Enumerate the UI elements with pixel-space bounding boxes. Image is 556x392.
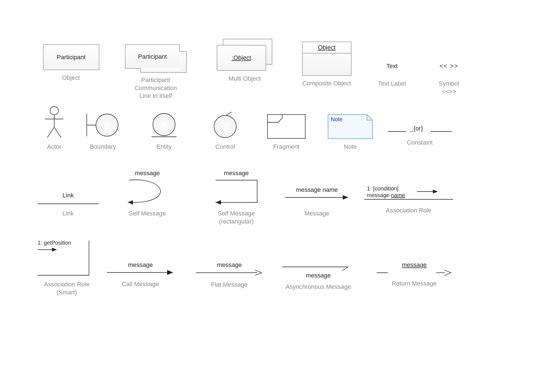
returnmsg-label: message	[402, 261, 426, 269]
assocrole-icon: 1: [condition] message name	[364, 185, 453, 202]
entity-caption: Entity	[145, 143, 183, 151]
multiobject-caption: Multi Object	[214, 75, 275, 83]
shape-object: Participant Object	[43, 44, 99, 82]
link-caption: Link	[38, 210, 99, 218]
shape-message: message name Message	[284, 186, 350, 218]
asyncmsg-label: message	[278, 272, 359, 279]
flatmsg-caption: Flat Message	[195, 281, 264, 289]
svg-point-8	[153, 113, 175, 136]
symbol-label: << >>	[428, 63, 470, 70]
assocrole-line2: message name	[367, 192, 405, 198]
message-label: message name	[284, 186, 350, 193]
note-icon: Note	[327, 114, 373, 139]
selfmsg-caption: Self Message	[117, 210, 178, 218]
svg-marker-20	[343, 195, 348, 200]
shape-text-label: Text Text Label	[370, 63, 414, 88]
shape-call-message: message Call Message	[106, 261, 175, 288]
fragment-caption: Fragment	[264, 143, 309, 151]
boundary-caption: Boundary	[81, 143, 125, 151]
flatmsg-arrow-icon	[196, 270, 263, 276]
selfmsgrect-label: message	[204, 170, 268, 177]
assocsmart-caption: Association Role (Smart)	[31, 281, 103, 296]
asyncmsg-arrow-icon	[282, 264, 354, 272]
selfmsgrect-icon	[210, 178, 263, 206]
assocrole-caption: Association Role	[364, 207, 453, 215]
flatmsg-label: message	[195, 261, 264, 269]
diagram-canvas: Participant Object Participant Participa…	[0, 0, 556, 392]
callmsg-caption: Call Message	[106, 280, 175, 288]
entity-icon	[149, 111, 179, 139]
shape-link: Link Link	[38, 192, 99, 218]
svg-marker-27	[167, 270, 173, 275]
svg-point-7	[96, 114, 118, 136]
shape-association-role: 1: [condition] message name Association …	[364, 185, 453, 215]
assocsmart-label: 1: getPosition	[38, 240, 71, 246]
shape-self-message-rect: message Self Message (rectangular)	[204, 170, 268, 225]
boundary-icon	[83, 111, 122, 139]
svg-rect-12	[267, 115, 305, 138]
shape-self-message: message Self Message	[117, 170, 178, 218]
shape-return-message: message Return Message	[375, 261, 453, 288]
shape-association-role-smart: 1: getPosition Association Role (Smart)	[31, 239, 103, 296]
svg-line-30	[342, 267, 348, 271]
multiobject-label: :Object	[232, 54, 251, 61]
svg-point-0	[50, 106, 58, 115]
participant2-caption: Participant Communication Line to itself	[120, 76, 192, 100]
selfmsgrect-caption: Self Message (rectangular)	[204, 210, 268, 225]
shape-multi-object: :Object Multi Object	[214, 39, 275, 83]
callmsg-label: message	[106, 261, 175, 269]
composite-caption: Composite Object	[299, 80, 354, 88]
shape-note: Note Note	[325, 114, 375, 151]
selfmsg-icon	[120, 178, 175, 206]
object-label: Participant	[57, 54, 86, 61]
shape-actor: Actor	[38, 106, 71, 151]
actor-icon	[42, 106, 67, 139]
shape-participant-selfcomm: Participant Participant Communication Li…	[120, 44, 192, 100]
callmsg-arrow-icon	[107, 270, 174, 275]
svg-point-10	[214, 115, 236, 138]
shape-entity: Entity	[145, 111, 183, 151]
control-caption: Control	[206, 143, 245, 151]
object-caption: Object	[43, 74, 99, 82]
shape-boundary: Boundary	[81, 111, 125, 151]
assocrole-line1: 1: [condition]	[367, 185, 398, 192]
asyncmsg-caption: Asynchronous Message	[278, 283, 359, 291]
selfmsg-label: message	[117, 170, 178, 177]
shape-flat-message: message Flat Message	[195, 261, 264, 289]
constraint-label: _{or}	[410, 125, 423, 132]
svg-marker-25	[52, 248, 57, 252]
constraint-caption: Constaint	[386, 139, 453, 147]
textlabel-caption: Text Label	[370, 80, 414, 88]
shape-control: Control	[206, 111, 245, 151]
textlabel-label: Text	[370, 63, 414, 70]
note-caption: Note	[325, 143, 375, 151]
svg-marker-22	[433, 190, 438, 193]
shape-composite-object: Object Composite Object	[299, 42, 354, 88]
link-label: Link	[38, 192, 99, 199]
shape-fragment: Fragment	[264, 114, 309, 151]
svg-marker-18	[215, 200, 221, 205]
constraint-icon: _{or}	[386, 121, 453, 135]
svg-line-4	[54, 127, 61, 138]
message-caption: Message	[284, 210, 350, 218]
svg-line-11	[226, 112, 232, 115]
assocsmart-icon: 1: getPosition	[36, 239, 97, 277]
shape-async-message: message Asynchronous Message	[278, 264, 359, 291]
message-arrow-icon	[285, 195, 349, 200]
shape-symbol: << >> Symbol <<>>	[428, 63, 470, 96]
composite-label: Object	[318, 44, 336, 51]
fragment-icon	[267, 114, 306, 139]
symbol-caption: Symbol <<>>	[428, 80, 470, 96]
svg-marker-17	[128, 200, 133, 205]
returnmsg-caption: Return Message	[375, 280, 453, 288]
svg-line-3	[47, 127, 54, 138]
control-icon	[210, 111, 240, 139]
note-label: Note	[331, 116, 342, 122]
actor-caption: Actor	[38, 143, 71, 151]
returnmsg-arrow-icon	[377, 270, 452, 276]
shape-constraint: _{or} Constaint	[386, 121, 453, 147]
participant2-label: Participant	[138, 53, 167, 60]
